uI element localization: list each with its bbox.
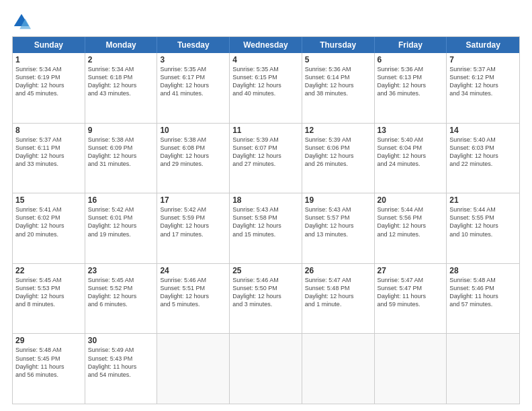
header-friday: Friday bbox=[375, 37, 447, 53]
page-header bbox=[12, 12, 520, 31]
day-details: Sunrise: 5:36 AM Sunset: 6:14 PM Dayligh… bbox=[305, 65, 371, 98]
day-number: 23 bbox=[88, 266, 154, 275]
day-number: 13 bbox=[378, 126, 444, 135]
day-number: 3 bbox=[160, 55, 226, 64]
day-details: Sunrise: 5:45 AM Sunset: 5:53 PM Dayligh… bbox=[15, 276, 82, 309]
day-details: Sunrise: 5:39 AM Sunset: 6:06 PM Dayligh… bbox=[305, 136, 371, 169]
day-details: Sunrise: 5:42 AM Sunset: 5:59 PM Dayligh… bbox=[160, 205, 226, 238]
header-monday: Monday bbox=[85, 37, 158, 53]
day-number: 8 bbox=[15, 126, 82, 135]
day-details: Sunrise: 5:48 AM Sunset: 5:46 PM Dayligh… bbox=[449, 276, 517, 309]
calendar-cell-17: 17Sunrise: 5:42 AM Sunset: 5:59 PM Dayli… bbox=[157, 193, 230, 263]
calendar-cell-10: 10Sunrise: 5:38 AM Sunset: 6:08 PM Dayli… bbox=[157, 124, 230, 193]
header-tuesday: Tuesday bbox=[157, 37, 230, 53]
day-number: 22 bbox=[15, 266, 82, 275]
logo bbox=[12, 12, 34, 31]
calendar-cell-empty-5 bbox=[375, 334, 447, 404]
day-number: 30 bbox=[88, 336, 154, 345]
day-details: Sunrise: 5:45 AM Sunset: 5:52 PM Dayligh… bbox=[88, 276, 154, 309]
day-number: 2 bbox=[88, 55, 154, 64]
day-number: 19 bbox=[305, 195, 371, 205]
day-details: Sunrise: 5:39 AM Sunset: 6:07 PM Dayligh… bbox=[232, 136, 299, 169]
day-details: Sunrise: 5:46 AM Sunset: 5:51 PM Dayligh… bbox=[160, 276, 226, 309]
day-number: 15 bbox=[15, 195, 82, 205]
calendar-cell-empty-4 bbox=[302, 334, 375, 404]
calendar-cell-5: 5Sunrise: 5:36 AM Sunset: 6:14 PM Daylig… bbox=[302, 53, 375, 123]
calendar-cell-16: 16Sunrise: 5:42 AM Sunset: 6:01 PM Dayli… bbox=[85, 193, 158, 263]
day-number: 26 bbox=[305, 266, 371, 275]
calendar: Sunday Monday Tuesday Wednesday Thursday… bbox=[12, 36, 520, 404]
day-details: Sunrise: 5:49 AM Sunset: 5:43 PM Dayligh… bbox=[88, 346, 154, 379]
day-details: Sunrise: 5:43 AM Sunset: 5:57 PM Dayligh… bbox=[305, 205, 371, 238]
day-details: Sunrise: 5:46 AM Sunset: 5:50 PM Dayligh… bbox=[232, 276, 299, 309]
calendar-cell-20: 20Sunrise: 5:44 AM Sunset: 5:56 PM Dayli… bbox=[375, 193, 447, 263]
calendar-body: 1Sunrise: 5:34 AM Sunset: 6:19 PM Daylig… bbox=[13, 53, 519, 404]
calendar-cell-6: 6Sunrise: 5:36 AM Sunset: 6:13 PM Daylig… bbox=[375, 53, 447, 123]
day-details: Sunrise: 5:43 AM Sunset: 5:58 PM Dayligh… bbox=[232, 205, 299, 238]
day-number: 7 bbox=[449, 55, 517, 64]
day-number: 20 bbox=[378, 195, 444, 205]
calendar-cell-27: 27Sunrise: 5:47 AM Sunset: 5:47 PM Dayli… bbox=[375, 264, 447, 334]
logo-icon bbox=[12, 12, 31, 31]
calendar-cell-13: 13Sunrise: 5:40 AM Sunset: 6:04 PM Dayli… bbox=[375, 124, 447, 193]
header-sunday: Sunday bbox=[13, 37, 85, 53]
day-number: 4 bbox=[232, 55, 299, 64]
day-number: 18 bbox=[232, 195, 299, 205]
calendar-cell-7: 7Sunrise: 5:37 AM Sunset: 6:12 PM Daylig… bbox=[447, 53, 519, 123]
day-number: 17 bbox=[160, 195, 226, 205]
day-details: Sunrise: 5:34 AM Sunset: 6:18 PM Dayligh… bbox=[88, 65, 154, 98]
day-number: 11 bbox=[232, 126, 299, 135]
calendar-cell-23: 23Sunrise: 5:45 AM Sunset: 5:52 PM Dayli… bbox=[85, 264, 158, 334]
day-number: 27 bbox=[378, 266, 444, 275]
calendar-cell-14: 14Sunrise: 5:40 AM Sunset: 6:03 PM Dayli… bbox=[447, 124, 519, 193]
calendar-cell-empty-3 bbox=[230, 334, 302, 404]
calendar-cell-1: 1Sunrise: 5:34 AM Sunset: 6:19 PM Daylig… bbox=[13, 53, 85, 123]
day-number: 12 bbox=[305, 126, 371, 135]
calendar-cell-26: 26Sunrise: 5:47 AM Sunset: 5:48 PM Dayli… bbox=[302, 264, 375, 334]
calendar-cell-22: 22Sunrise: 5:45 AM Sunset: 5:53 PM Dayli… bbox=[13, 264, 85, 334]
day-number: 24 bbox=[160, 266, 226, 275]
calendar-cell-9: 9Sunrise: 5:38 AM Sunset: 6:09 PM Daylig… bbox=[85, 124, 158, 193]
header-thursday: Thursday bbox=[302, 37, 375, 53]
day-details: Sunrise: 5:37 AM Sunset: 6:11 PM Dayligh… bbox=[15, 136, 82, 169]
calendar-cell-25: 25Sunrise: 5:46 AM Sunset: 5:50 PM Dayli… bbox=[230, 264, 302, 334]
calendar-header: Sunday Monday Tuesday Wednesday Thursday… bbox=[13, 37, 519, 53]
calendar-cell-2: 2Sunrise: 5:34 AM Sunset: 6:18 PM Daylig… bbox=[85, 53, 158, 123]
calendar-cell-30: 30Sunrise: 5:49 AM Sunset: 5:43 PM Dayli… bbox=[85, 334, 158, 404]
calendar-cell-11: 11Sunrise: 5:39 AM Sunset: 6:07 PM Dayli… bbox=[230, 124, 302, 193]
day-details: Sunrise: 5:38 AM Sunset: 6:09 PM Dayligh… bbox=[88, 136, 154, 169]
day-details: Sunrise: 5:47 AM Sunset: 5:47 PM Dayligh… bbox=[378, 276, 444, 309]
day-details: Sunrise: 5:40 AM Sunset: 6:03 PM Dayligh… bbox=[449, 136, 517, 169]
day-number: 10 bbox=[160, 126, 226, 135]
day-details: Sunrise: 5:47 AM Sunset: 5:48 PM Dayligh… bbox=[305, 276, 371, 309]
day-number: 1 bbox=[15, 55, 82, 64]
calendar-cell-18: 18Sunrise: 5:43 AM Sunset: 5:58 PM Dayli… bbox=[230, 193, 302, 263]
day-details: Sunrise: 5:40 AM Sunset: 6:04 PM Dayligh… bbox=[378, 136, 444, 169]
calendar-cell-3: 3Sunrise: 5:35 AM Sunset: 6:17 PM Daylig… bbox=[157, 53, 230, 123]
day-details: Sunrise: 5:38 AM Sunset: 6:08 PM Dayligh… bbox=[160, 136, 226, 169]
day-number: 25 bbox=[232, 266, 299, 275]
calendar-cell-12: 12Sunrise: 5:39 AM Sunset: 6:06 PM Dayli… bbox=[302, 124, 375, 193]
day-details: Sunrise: 5:44 AM Sunset: 5:56 PM Dayligh… bbox=[378, 205, 444, 238]
day-number: 14 bbox=[449, 126, 517, 135]
day-number: 16 bbox=[88, 195, 154, 205]
day-details: Sunrise: 5:35 AM Sunset: 6:17 PM Dayligh… bbox=[160, 65, 226, 98]
day-details: Sunrise: 5:34 AM Sunset: 6:19 PM Dayligh… bbox=[15, 65, 82, 98]
calendar-cell-15: 15Sunrise: 5:41 AM Sunset: 6:02 PM Dayli… bbox=[13, 193, 85, 263]
week-row-5: 29Sunrise: 5:48 AM Sunset: 5:45 PM Dayli… bbox=[13, 333, 519, 404]
calendar-cell-21: 21Sunrise: 5:44 AM Sunset: 5:55 PM Dayli… bbox=[447, 193, 519, 263]
calendar-cell-empty-6 bbox=[447, 334, 519, 404]
calendar-cell-empty-2 bbox=[157, 334, 230, 404]
calendar-cell-4: 4Sunrise: 5:35 AM Sunset: 6:15 PM Daylig… bbox=[230, 53, 302, 123]
day-number: 29 bbox=[15, 336, 82, 345]
day-details: Sunrise: 5:44 AM Sunset: 5:55 PM Dayligh… bbox=[449, 205, 517, 238]
calendar-cell-8: 8Sunrise: 5:37 AM Sunset: 6:11 PM Daylig… bbox=[13, 124, 85, 193]
day-details: Sunrise: 5:42 AM Sunset: 6:01 PM Dayligh… bbox=[88, 205, 154, 238]
day-details: Sunrise: 5:36 AM Sunset: 6:13 PM Dayligh… bbox=[378, 65, 444, 98]
calendar-cell-29: 29Sunrise: 5:48 AM Sunset: 5:45 PM Dayli… bbox=[13, 334, 85, 404]
day-number: 21 bbox=[449, 195, 517, 205]
week-row-4: 22Sunrise: 5:45 AM Sunset: 5:53 PM Dayli… bbox=[13, 263, 519, 334]
week-row-3: 15Sunrise: 5:41 AM Sunset: 6:02 PM Dayli… bbox=[13, 193, 519, 263]
day-details: Sunrise: 5:41 AM Sunset: 6:02 PM Dayligh… bbox=[15, 205, 82, 238]
calendar-cell-28: 28Sunrise: 5:48 AM Sunset: 5:46 PM Dayli… bbox=[447, 264, 519, 334]
